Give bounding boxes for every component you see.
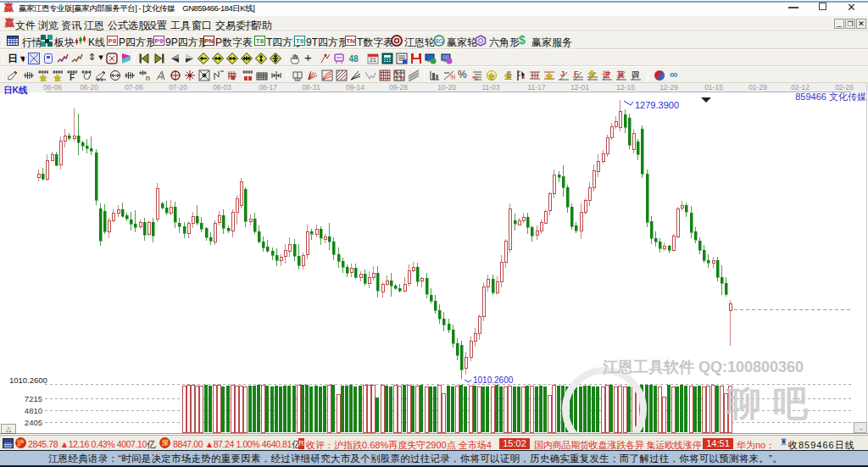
svg-text:BG: BG: [435, 38, 443, 44]
svg-text:12-15: 12-15: [616, 83, 635, 92]
svg-text:四: 四: [632, 70, 639, 79]
svg-text:08-03: 08-03: [213, 83, 231, 92]
svg-text:1010.2600: 1010.2600: [9, 375, 47, 385]
svg-text:莫: 莫: [616, 70, 625, 79]
svg-text:1279.3900: 1279.3900: [635, 100, 679, 110]
svg-text:08-17: 08-17: [259, 83, 277, 92]
svg-text:12-01: 12-01: [570, 83, 589, 92]
svg-text:07-20: 07-20: [169, 83, 187, 92]
svg-text:%: %: [450, 73, 455, 81]
svg-text:02-26: 02-26: [835, 83, 854, 92]
svg-text:11-17: 11-17: [527, 83, 545, 92]
svg-text:01-15: 01-15: [704, 83, 723, 92]
svg-text:金: 金: [587, 69, 597, 78]
svg-text:08-31: 08-31: [302, 83, 320, 92]
svg-text:%: %: [472, 75, 478, 81]
svg-text:09-14: 09-14: [346, 83, 364, 92]
svg-text:09-28: 09-28: [389, 83, 408, 92]
svg-text:金: 金: [487, 72, 497, 81]
svg-text:日K线: 日K线: [3, 85, 28, 95]
svg-text:金: 金: [545, 72, 554, 81]
svg-text:1010.2600: 1010.2600: [473, 375, 514, 385]
svg-text:11-03: 11-03: [481, 83, 499, 92]
svg-text:n²: n²: [146, 74, 150, 81]
svg-text:金: 金: [39, 74, 48, 81]
svg-text:21: 21: [370, 57, 376, 63]
svg-text:01-29: 01-29: [748, 83, 767, 92]
svg-text:859466 文化传媒: 859466 文化传媒: [795, 92, 866, 102]
svg-text:06-20: 06-20: [80, 83, 98, 92]
svg-text:聊吧: 聊吧: [726, 384, 820, 423]
svg-text:4810: 4810: [25, 406, 42, 415]
svg-text:10-20: 10-20: [437, 83, 456, 92]
svg-text:F: F: [574, 69, 579, 78]
svg-text:进: 进: [602, 70, 610, 79]
svg-text:金: 金: [504, 71, 512, 81]
svg-text:J: J: [560, 69, 565, 78]
svg-text:06-06: 06-06: [43, 83, 62, 92]
svg-text:02-12: 02-12: [791, 83, 810, 92]
svg-text:07-06: 07-06: [125, 83, 143, 92]
svg-text:12-29: 12-29: [659, 83, 678, 92]
svg-text:7215: 7215: [25, 394, 42, 403]
svg-text:2405: 2405: [25, 418, 42, 427]
svg-text:金: 金: [53, 74, 63, 81]
svg-text:江恩工具软件 QQ:100800360: 江恩工具软件 QQ:100800360: [602, 359, 804, 375]
svg-text:F: F: [70, 73, 75, 81]
svg-text:48: 48: [348, 54, 359, 64]
